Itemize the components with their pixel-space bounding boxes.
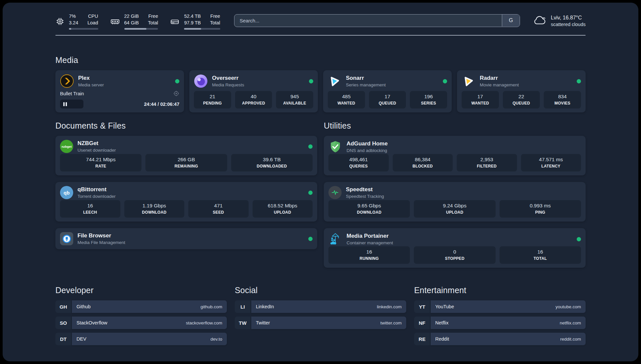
app-title: Media Portainer — [347, 233, 572, 239]
app-title: Sonarr — [346, 75, 439, 81]
status-dot — [577, 237, 581, 241]
link-url: dev.to — [210, 337, 222, 342]
stat-download: 9.65 GbpsDOWNLOAD — [328, 200, 410, 218]
stat-ping: 0.993 msPING — [500, 200, 581, 218]
stat-movies: 834MOVIES — [544, 91, 581, 108]
link-twitter[interactable]: TW Twitter twitter.com — [235, 317, 406, 329]
radarr-icon — [462, 74, 475, 88]
header-divider — [55, 35, 586, 36]
documents-section-title: Documents & Files — [55, 121, 317, 131]
link-abbr: NF — [414, 317, 430, 329]
link-netflix[interactable]: NF Netflix netflix.com — [414, 317, 586, 329]
dashboard-page: 7% 3.24 CPU Load — [3, 3, 638, 361]
portainer-card[interactable]: Media Portainer Container management 16R… — [324, 228, 586, 268]
plex-icon — [60, 74, 74, 88]
playback-time: 24:44 / 02:06:47 — [144, 102, 179, 107]
speedtest-card[interactable]: Speedtest Speedtest Tracking 9.65 GbpsDO… — [324, 182, 586, 222]
link-dev-to[interactable]: DT DEV dev.to — [55, 333, 227, 345]
ram-progress-bar — [124, 28, 158, 30]
qbittorrent-card[interactable]: qb qBittorrent Torrent downloader 16LEEC… — [55, 182, 317, 222]
app-subtitle: Media server — [78, 82, 171, 87]
overseerr-icon — [194, 74, 208, 88]
cpu-usage-value: 7% — [69, 13, 78, 20]
stat-wanted: 485WANTED — [328, 91, 365, 108]
stat-queued: 17QUEUED — [369, 91, 406, 108]
developer-section-title: Developer — [55, 286, 227, 295]
nzbget-card[interactable]: nzbget NZBGet Usenet downloader 744.21 M… — [55, 136, 317, 175]
session-settings-icon[interactable] — [173, 90, 179, 97]
stat-download: 1.19 GbpsDOWNLOAD — [124, 200, 185, 218]
link-url: twitter.com — [380, 320, 402, 325]
link-name: YouTube — [435, 304, 454, 309]
status-dot — [175, 79, 179, 83]
link-stackoverflow[interactable]: SO StackOverflow stackoverflow.com — [55, 317, 227, 329]
link-name: Netflix — [435, 320, 448, 325]
link-name: DEV — [76, 336, 86, 342]
developer-section: Developer GH Github github.com SO StackO… — [55, 286, 227, 345]
link-url: github.com — [200, 304, 222, 309]
nzbget-icon: nzbget — [60, 140, 73, 153]
weather-location: Lviv, 16.87°C — [551, 15, 586, 21]
link-name: StackOverflow — [76, 320, 107, 325]
link-youtube[interactable]: YT YouTube youtube.com — [414, 300, 586, 313]
link-abbr: DT — [55, 333, 71, 345]
ram-total-value: 64 GiB — [124, 20, 139, 26]
link-name: Twitter — [256, 320, 270, 325]
entertainment-section-title: Entertainment — [414, 286, 586, 295]
cpu-load-label: Load — [87, 20, 98, 26]
sonarr-card[interactable]: Sonarr Series management 485WANTED 17QUE… — [323, 70, 452, 112]
app-subtitle: Usenet downloader — [77, 148, 304, 153]
radarr-card[interactable]: Radarr Movie management 17WANTED 22QUEUE… — [457, 70, 586, 112]
link-url: netflix.com — [560, 320, 581, 325]
link-abbr: TW — [235, 317, 251, 329]
link-reddit[interactable]: RE Reddit reddit.com — [414, 333, 586, 345]
link-linkedin[interactable]: LI LinkedIn linkedin.com — [235, 300, 406, 313]
top-bar: 7% 3.24 CPU Load — [55, 13, 586, 30]
link-abbr: GH — [55, 300, 71, 313]
weather-widget[interactable]: Lviv, 16.87°C scattered clouds — [533, 14, 586, 27]
search-input[interactable] — [234, 14, 520, 27]
ram-icon — [110, 16, 120, 26]
link-github[interactable]: GH Github github.com — [55, 300, 227, 313]
ram-free-label: Free — [148, 13, 158, 20]
disk-stat: 52.4 TB 97.9 TB Free Total — [170, 13, 220, 29]
stat-queries: 498,461QUERIES — [328, 154, 389, 171]
stat-latency: 47.571 msLATENCY — [521, 154, 581, 171]
stat-series: 196SERIES — [410, 91, 447, 108]
app-title: Overseerr — [212, 75, 305, 81]
link-name: LinkedIn — [256, 304, 274, 309]
disk-total-value: 97.9 TB — [184, 20, 201, 26]
app-title: qBittorrent — [77, 186, 304, 193]
disk-free-value: 52.4 TB — [184, 13, 201, 20]
now-playing-title: Bullet Train — [60, 91, 84, 96]
weather-condition: scattered clouds — [551, 22, 586, 27]
ram-stat: 22 GiB 64 GiB Free Total — [110, 13, 158, 29]
portainer-icon — [328, 232, 342, 246]
sonarr-icon — [328, 74, 342, 88]
stat-wanted: 17WANTED — [462, 91, 499, 108]
app-subtitle: Movie management — [480, 82, 572, 87]
system-stats: 7% 3.24 CPU Load — [55, 13, 220, 29]
stat-remaining: 266 GBREMAINING — [145, 154, 227, 171]
ram-free-value: 22 GiB — [124, 13, 139, 20]
stat-leech: 16LEECH — [60, 200, 120, 218]
plex-card[interactable]: Plex Media server Bullet Train — [55, 70, 184, 112]
adguard-card[interactable]: AdGuard Home DNS and adblocking 498,461Q… — [324, 136, 586, 175]
app-title: Plex — [78, 75, 171, 81]
link-abbr: RE — [414, 333, 430, 345]
link-abbr: LI — [235, 300, 251, 313]
stat-queued: 22QUEUED — [503, 91, 540, 108]
adguard-icon — [328, 140, 342, 154]
stat-running: 16RUNNING — [328, 246, 410, 264]
app-subtitle: Speedtest Tracking — [346, 194, 581, 199]
stat-filtered: 2,953FILTERED — [457, 154, 517, 171]
app-subtitle: Container management — [347, 240, 572, 245]
link-url: youtube.com — [556, 304, 581, 309]
overseerr-card[interactable]: Overseerr Media Requests 21PENDING 40APP… — [189, 70, 318, 112]
media-section: Media Plex Media server — [55, 55, 586, 112]
filebrowser-card[interactable]: File Browser Media File Management — [55, 228, 317, 249]
search-engine-button[interactable]: G — [502, 15, 520, 26]
stat-rate: 744.21 MbpsRATE — [60, 154, 141, 171]
cpu-icon — [55, 17, 65, 26]
playback-progress-bar: 24:44 / 02:06:47 — [60, 100, 179, 108]
